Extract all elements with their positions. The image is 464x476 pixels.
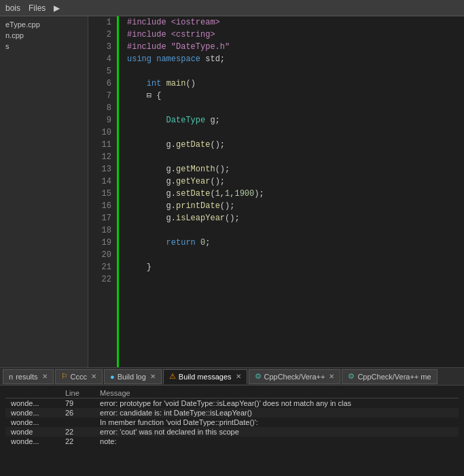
code-line-10 xyxy=(127,126,464,139)
run-button[interactable]: ▶ xyxy=(54,3,60,13)
results-icon: n xyxy=(9,373,13,381)
tab-buildmsg[interactable]: ⚠ Build messages ✕ xyxy=(163,369,247,384)
tab-cppcheck-close[interactable]: ✕ xyxy=(329,373,334,380)
tab-cppcheck2[interactable]: ⚙ CppCheck/Vera++ me xyxy=(342,369,437,384)
line-numbers: 1 2 3 4 5 6 7 8 9 10 11 12 13 14 15 16 1… xyxy=(88,16,119,367)
build-msg-icon: ⚠ xyxy=(169,372,176,381)
col-file-header xyxy=(5,388,60,398)
cpp2-icon: ⚙ xyxy=(348,372,355,381)
msg-cell: error: 'cout' was not declared in this s… xyxy=(94,427,459,437)
sidebar: eType.cpp n.cpp s xyxy=(0,16,88,367)
line-cell: 22 xyxy=(60,437,94,446)
code-editor[interactable]: #include <iostream> #include <cstring> #… xyxy=(119,16,464,367)
code-line-22 xyxy=(127,273,464,286)
file-cell: wonde... xyxy=(5,418,60,427)
code-line-12 xyxy=(127,151,464,163)
content-area: eType.cpp n.cpp s 1 2 3 4 5 6 7 8 9 10 1… xyxy=(0,16,464,367)
table-row: wonde 22 error: 'cout' was not declared … xyxy=(5,427,459,437)
msg-cell: error: candidate is: int DateType::isLea… xyxy=(94,408,459,418)
code-line-1: #include <iostream> xyxy=(127,16,464,29)
tab-buildlog[interactable]: ● Build log ✕ xyxy=(104,369,162,384)
code-line-14: g.getYear(); xyxy=(127,175,464,188)
file-cell: wonde... xyxy=(5,408,60,418)
cpp-icon: ⚙ xyxy=(255,372,262,381)
cccc-icon: ⚐ xyxy=(61,372,68,381)
line-cell: 26 xyxy=(60,408,94,418)
code-line-19: return 0; xyxy=(127,237,464,249)
menu-files[interactable]: Files xyxy=(29,3,46,13)
build-icon: ● xyxy=(110,373,115,381)
app-container: bois Files ▶ eType.cpp n.cpp s 1 2 3 4 5… xyxy=(0,0,464,476)
tab-results-close[interactable]: ✕ xyxy=(42,373,48,380)
table-row: wonde... 79 error: prototype for 'void D… xyxy=(5,398,459,409)
tab-results[interactable]: n results ✕ xyxy=(3,369,54,384)
code-line-4: using namespace std; xyxy=(127,53,464,65)
file-cell: wonde xyxy=(5,427,60,437)
msg-cell: In member function 'void DateType::print… xyxy=(94,418,459,427)
bottom-panel: n results ✕ ⚐ Cccc ✕ ● Build log ✕ ⚠ Bui… xyxy=(0,367,464,476)
top-bar: bois Files ▶ xyxy=(0,0,464,16)
tab-cccc-close[interactable]: ✕ xyxy=(91,373,96,380)
code-line-13: g.getMonth(); xyxy=(127,163,464,175)
tab-cppcheck[interactable]: ⚙ CppCheck/Vera++ ✕ xyxy=(249,369,341,384)
code-line-9: DateType g; xyxy=(127,114,464,126)
tab-buildlog-close[interactable]: ✕ xyxy=(150,373,156,380)
table-row: wonde... In member function 'void DateTy… xyxy=(5,418,459,427)
sidebar-item-ncpp[interactable]: n.cpp xyxy=(0,30,88,41)
sidebar-item-s[interactable]: s xyxy=(0,41,88,52)
line-cell: 22 xyxy=(60,427,94,437)
tab-cccc[interactable]: ⚐ Cccc ✕ xyxy=(55,369,103,384)
tab-buildmsg-close[interactable]: ✕ xyxy=(236,373,241,380)
col-line-header: Line xyxy=(60,388,94,398)
editor-area: 1 2 3 4 5 6 7 8 9 10 11 12 13 14 15 16 1… xyxy=(88,16,464,367)
code-line-17: g.isLeapYear(); xyxy=(127,212,464,224)
col-msg-header: Message xyxy=(94,388,459,398)
file-cell: wonde... xyxy=(5,398,60,409)
code-line-5 xyxy=(127,65,464,78)
file-cell: wonde... xyxy=(5,437,60,446)
msg-cell: error: prototype for 'void DateType::isL… xyxy=(94,398,459,409)
code-line-7: ⊟ { xyxy=(127,90,464,102)
code-line-16: g.printDate(); xyxy=(127,200,464,212)
code-line-3: #include "DateType.h" xyxy=(127,41,464,53)
table-row: wonde... 22 note: xyxy=(5,437,459,446)
line-cell: 79 xyxy=(60,398,94,409)
code-line-20 xyxy=(127,249,464,261)
code-line-18 xyxy=(127,224,464,237)
msg-cell: note: xyxy=(94,437,459,446)
output-area[interactable]: Line Message wonde... 79 error: prototyp… xyxy=(0,386,464,476)
code-line-21: } xyxy=(127,261,464,273)
code-line-6: int main() xyxy=(127,78,464,90)
code-line-15: g.setDate(1,1,1900); xyxy=(127,188,464,200)
tabs-bar: n results ✕ ⚐ Cccc ✕ ● Build log ✕ ⚠ Bui… xyxy=(0,368,464,386)
code-line-8 xyxy=(127,102,464,114)
table-row: wonde... 26 error: candidate is: int Dat… xyxy=(5,408,459,418)
line-cell xyxy=(60,418,94,427)
sidebar-item-etype[interactable]: eType.cpp xyxy=(0,19,88,30)
output-table: Line Message wonde... 79 error: prototyp… xyxy=(5,388,459,446)
code-line-2: #include <cstring> xyxy=(127,29,464,41)
menu-bois[interactable]: bois xyxy=(5,3,20,13)
code-line-11: g.getDate(); xyxy=(127,139,464,151)
